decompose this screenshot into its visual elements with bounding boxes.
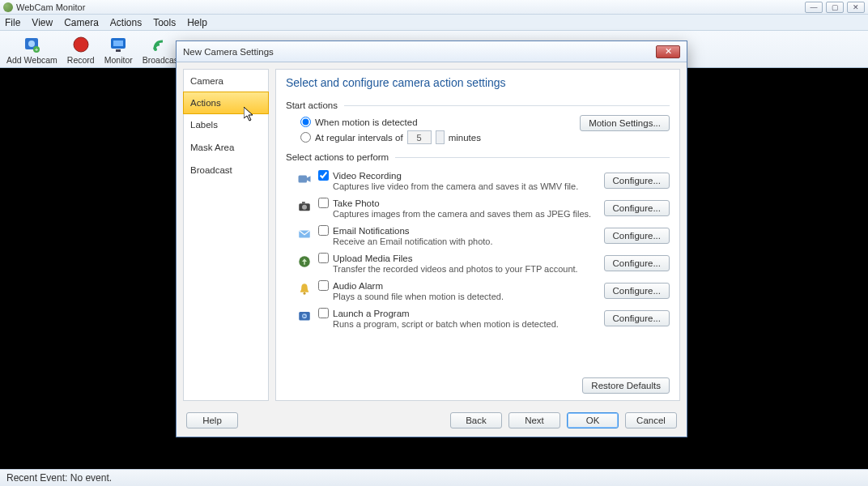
nav-item-camera[interactable]: Camera xyxy=(184,70,268,92)
nav-item-labels[interactable]: Labels xyxy=(184,113,268,136)
svg-rect-8 xyxy=(116,49,121,52)
ok-button[interactable]: OK xyxy=(567,412,619,428)
nav-item-mask-area[interactable]: Mask Area xyxy=(184,136,268,159)
check-take-photo[interactable] xyxy=(318,198,329,208)
toolbar-monitor-label: Monitor xyxy=(104,55,133,65)
configure-launch-program-button[interactable]: Configure... xyxy=(604,310,670,326)
motion-settings-button[interactable]: Motion Settings... xyxy=(580,115,670,131)
titlebar: WebCam Monitor — ▢ ✕ xyxy=(0,0,868,15)
action-desc: Transfer the recorded videos and photos … xyxy=(318,264,604,274)
help-button[interactable]: Help xyxy=(186,412,238,428)
video-recording-icon xyxy=(296,170,313,188)
action-desc: Receive an Email notification with photo… xyxy=(318,237,604,246)
configure-video-recording-button[interactable]: Configure... xyxy=(604,173,670,189)
toolbar-add-webcam[interactable]: + Add Webcam xyxy=(2,32,62,66)
cancel-button[interactable]: Cancel xyxy=(625,412,677,428)
action-upload-media: Upload Media Files Transfer the recorded… xyxy=(286,249,670,277)
action-launch-program: Launch a Program Runs a program, script … xyxy=(286,305,670,332)
action-email-notifications: Email Notifications Receive an Email not… xyxy=(286,222,670,249)
action-title: Launch a Program xyxy=(333,309,410,318)
interval-spinner[interactable] xyxy=(436,130,445,144)
svg-point-16 xyxy=(304,292,306,295)
radio-when-motion[interactable] xyxy=(300,117,311,127)
action-video-recording: Video Recording Captures live video from… xyxy=(286,167,670,194)
dialog-titlebar: New Camera Settings ✕ xyxy=(177,41,687,62)
dialog-title-text: New Camera Settings xyxy=(183,47,274,57)
panel-heading: Select and configure camera action setti… xyxy=(286,76,670,89)
menu-actions[interactable]: Actions xyxy=(110,17,142,28)
record-icon xyxy=(70,34,91,55)
toolbar-broadcast-label: Broadcast xyxy=(143,55,181,65)
svg-point-12 xyxy=(302,205,307,210)
select-actions-group: Select actions to perform xyxy=(286,152,670,162)
action-title: Take Photo xyxy=(333,198,380,208)
menu-view[interactable]: View xyxy=(32,17,53,28)
configure-take-photo-button[interactable]: Configure... xyxy=(604,200,670,216)
dialog-button-row: Help Back Next OK Cancel xyxy=(177,407,687,437)
action-title: Email Notifications xyxy=(333,226,410,236)
nav-item-actions[interactable]: Actions xyxy=(183,92,269,114)
action-desc: Captures images from the camera and save… xyxy=(318,209,604,219)
svg-rect-10 xyxy=(299,176,308,183)
check-audio-alarm[interactable] xyxy=(318,280,329,291)
action-desc: Plays a sound file when motion is detect… xyxy=(318,292,604,301)
action-desc: Runs a program, script or batch when mot… xyxy=(318,319,604,329)
back-button[interactable]: Back xyxy=(450,412,502,428)
dialog-side-nav: Camera Actions Labels Mask Area Broadcas… xyxy=(183,69,269,401)
toolbar-record[interactable]: Record xyxy=(62,32,100,66)
action-title: Upload Media Files xyxy=(333,254,412,263)
maximize-button[interactable]: ▢ xyxy=(826,2,844,13)
window-title: WebCam Monitor xyxy=(16,2,85,12)
bell-icon xyxy=(296,280,313,298)
radio-interval-prefix: At regular intervals of xyxy=(315,133,403,143)
menu-file[interactable]: File xyxy=(5,17,20,28)
radio-when-motion-label: When motion is detected xyxy=(315,117,418,127)
dialog-close-button[interactable]: ✕ xyxy=(656,45,680,58)
svg-rect-7 xyxy=(113,40,123,46)
radio-at-intervals[interactable] xyxy=(300,132,311,143)
check-video-recording[interactable] xyxy=(318,170,329,181)
dialog-main-panel: Select and configure camera action setti… xyxy=(275,69,680,401)
configure-audio-alarm-button[interactable]: Configure... xyxy=(604,283,670,299)
check-email-notifications[interactable] xyxy=(318,225,329,236)
restore-defaults-button[interactable]: Restore Defaults xyxy=(582,377,670,394)
svg-point-9 xyxy=(154,48,157,51)
check-launch-program[interactable] xyxy=(318,308,329,318)
configure-upload-button[interactable]: Configure... xyxy=(604,255,670,271)
action-take-photo: Take Photo Captures images from the came… xyxy=(286,194,670,222)
check-upload-media[interactable] xyxy=(318,253,329,263)
statusbar: Recent Event: No event. xyxy=(0,469,868,486)
toolbar-record-label: Record xyxy=(67,55,95,65)
svg-text:+: + xyxy=(35,46,39,53)
action-audio-alarm: Audio Alarm Plays a sound file when moti… xyxy=(286,277,670,305)
webcam-icon: + xyxy=(21,34,42,55)
svg-rect-13 xyxy=(302,202,305,204)
action-desc: Captures live video from the camera and … xyxy=(318,181,604,191)
upload-icon xyxy=(296,253,313,271)
menu-tools[interactable]: Tools xyxy=(153,17,176,28)
take-photo-icon xyxy=(296,198,313,215)
nav-item-broadcast[interactable]: Broadcast xyxy=(184,159,268,181)
close-icon: ✕ xyxy=(665,46,672,57)
menu-camera[interactable]: Camera xyxy=(64,17,99,28)
interval-input[interactable] xyxy=(407,130,432,144)
action-title: Audio Alarm xyxy=(333,281,383,291)
configure-email-button[interactable]: Configure... xyxy=(604,228,670,244)
toolbar-monitor[interactable]: Monitor xyxy=(100,32,138,66)
monitor-icon xyxy=(108,34,129,55)
email-icon xyxy=(296,225,313,243)
window-controls: — ▢ ✕ xyxy=(805,2,865,13)
menu-help[interactable]: Help xyxy=(187,17,207,28)
app-icon xyxy=(3,2,13,12)
radio-interval-suffix: minutes xyxy=(449,133,481,143)
menubar: File View Camera Actions Tools Help xyxy=(0,15,868,31)
launch-program-icon xyxy=(296,308,313,326)
status-recent-event: Recent Event: No event. xyxy=(6,472,112,484)
action-title: Video Recording xyxy=(333,171,402,181)
next-button[interactable]: Next xyxy=(508,412,560,428)
close-button[interactable]: ✕ xyxy=(847,2,865,13)
broadcast-icon xyxy=(151,34,172,55)
minimize-button[interactable]: — xyxy=(805,2,823,13)
toolbar-add-webcam-label: Add Webcam xyxy=(6,55,57,65)
new-camera-settings-dialog: New Camera Settings ✕ Camera Actions Lab… xyxy=(176,40,687,437)
